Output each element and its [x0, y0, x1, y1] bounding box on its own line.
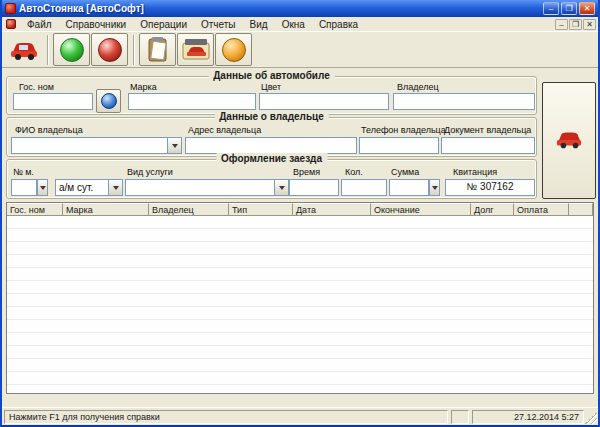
- vehicles-table: Гос. ном Марка Владелец Тип Дата Окончан…: [6, 202, 594, 394]
- column-header-make[interactable]: Марка: [63, 203, 149, 216]
- sum-label: Сумма: [391, 167, 419, 177]
- table-body[interactable]: [7, 216, 593, 393]
- enter-button[interactable]: [53, 33, 90, 66]
- document-input[interactable]: [441, 137, 535, 154]
- column-header-plate[interactable]: Гос. ном: [7, 203, 63, 216]
- resize-grip[interactable]: [585, 412, 597, 424]
- car-button[interactable]: [5, 33, 42, 66]
- statusbar: Нажмите F1 для получения справки 27.12.2…: [2, 407, 598, 425]
- color-input[interactable]: [259, 93, 389, 110]
- close-button[interactable]: ✕: [579, 2, 595, 15]
- receipt-value: № 307162: [445, 179, 535, 196]
- time-label: Время: [293, 167, 320, 177]
- phone-label: Телефон владельца: [361, 125, 446, 135]
- mdi-restore-button[interactable]: ❐: [569, 19, 582, 30]
- owner-group: Данные о владельце ФИО владельца Адрес в…: [6, 117, 537, 157]
- column-header-debt[interactable]: Долг: [471, 203, 514, 216]
- address-input[interactable]: [185, 137, 357, 154]
- plate-input[interactable]: [13, 93, 93, 110]
- cash-button[interactable]: [215, 33, 252, 66]
- owner-label: Владелец: [397, 82, 439, 92]
- column-header-owner[interactable]: Владелец: [149, 203, 229, 216]
- column-header-end[interactable]: Окончание: [371, 203, 471, 216]
- menu-reports[interactable]: Отчеты: [194, 18, 243, 31]
- status-indicator: [451, 410, 469, 424]
- column-header-date[interactable]: Дата: [293, 203, 371, 216]
- toolbar: [2, 31, 598, 68]
- exit-button[interactable]: [91, 33, 128, 66]
- column-header-filler: [569, 203, 593, 216]
- child-window-icon[interactable]: [6, 19, 16, 29]
- sum-input[interactable]: [389, 179, 429, 196]
- entry-group: Оформление заезда № м. а/м сут. Вид услу…: [6, 159, 537, 199]
- menu-windows[interactable]: Окна: [275, 18, 312, 31]
- address-label: Адрес владельца: [188, 125, 261, 135]
- place-spin-button[interactable]: [37, 179, 48, 196]
- qty-input[interactable]: [341, 179, 387, 196]
- menu-view[interactable]: Вид: [243, 18, 275, 31]
- receipt-label: Квитанция: [453, 167, 497, 177]
- menu-operations[interactable]: Операции: [133, 18, 194, 31]
- mdi-close-button[interactable]: ✕: [583, 19, 596, 30]
- restore-button[interactable]: ❐: [561, 2, 577, 15]
- titlebar: АвтоСтоянка [АвтоСофт] – ❐ ✕: [2, 0, 598, 17]
- ticket-button[interactable]: [177, 33, 214, 66]
- green-light-icon: [60, 38, 84, 62]
- chevron-down-icon: [113, 186, 119, 190]
- car-icon: [9, 38, 39, 62]
- plate-search-button[interactable]: [96, 89, 121, 113]
- clipboard-icon: [145, 36, 171, 64]
- entry-group-title: Оформление заезда: [216, 153, 327, 164]
- menubar: Файл Справочники Операции Отчеты Вид Окн…: [2, 17, 598, 31]
- car-ticket-icon: [181, 37, 211, 63]
- chevron-down-icon: [279, 186, 285, 190]
- toolbar-separator: [133, 35, 135, 65]
- column-header-paid[interactable]: Оплата: [514, 203, 569, 216]
- tariff-dropdown-button[interactable]: [108, 180, 122, 195]
- phone-input[interactable]: [359, 137, 439, 154]
- tariff-combo[interactable]: а/м сут.: [55, 179, 123, 196]
- minimize-button[interactable]: –: [543, 2, 559, 15]
- service-combo[interactable]: [125, 179, 289, 196]
- place-label: № м.: [13, 167, 34, 177]
- red-light-icon: [98, 38, 122, 62]
- column-header-type[interactable]: Тип: [229, 203, 293, 216]
- plate-label: Гос. ном: [19, 82, 54, 92]
- make-label: Марка: [130, 82, 157, 92]
- table-header-row: Гос. ном Марка Владелец Тип Дата Окончан…: [7, 203, 593, 216]
- time-input[interactable]: [289, 179, 339, 196]
- menu-file[interactable]: Файл: [20, 18, 59, 31]
- service-dropdown-button[interactable]: [274, 180, 288, 195]
- owner-name-label: ФИО владельца: [15, 125, 83, 135]
- document-button[interactable]: [139, 33, 176, 66]
- window-title: АвтоСтоянка [АвтоСофт]: [19, 3, 543, 14]
- chevron-down-icon: [432, 186, 438, 190]
- document-label: Документ владельца: [444, 125, 531, 135]
- menu-help[interactable]: Справка: [312, 18, 365, 31]
- status-help-text: Нажмите F1 для получения справки: [4, 410, 448, 424]
- make-input[interactable]: [128, 93, 256, 110]
- smiley-icon: [222, 38, 246, 62]
- tariff-combo-text: а/м сут.: [59, 182, 106, 193]
- sum-spin-button[interactable]: [429, 179, 440, 196]
- menu-directories[interactable]: Справочники: [59, 18, 134, 31]
- owner-name-combo[interactable]: [11, 137, 182, 154]
- owner-input[interactable]: [393, 93, 535, 110]
- search-globe-icon: [101, 93, 117, 109]
- register-car-icon: [555, 127, 583, 151]
- place-input[interactable]: [11, 179, 37, 196]
- service-label: Вид услуги: [127, 167, 173, 177]
- vehicle-group-title: Данные об автомобиле: [208, 70, 335, 81]
- app-icon: [5, 3, 16, 14]
- status-datetime: 27.12.2014 5:27: [472, 410, 584, 424]
- qty-label: Кол.: [345, 167, 363, 177]
- owner-name-dropdown-button[interactable]: [167, 138, 181, 153]
- owner-group-title: Данные о владельце: [214, 111, 329, 122]
- chevron-down-icon: [40, 186, 46, 190]
- mdi-minimize-button[interactable]: –: [555, 19, 568, 30]
- color-label: Цвет: [261, 82, 281, 92]
- register-button[interactable]: [542, 82, 596, 199]
- chevron-down-icon: [172, 144, 178, 148]
- toolbar-separator: [47, 35, 49, 65]
- app-window: АвтоСтоянка [АвтоСофт] – ❐ ✕ Файл Справо…: [0, 0, 600, 427]
